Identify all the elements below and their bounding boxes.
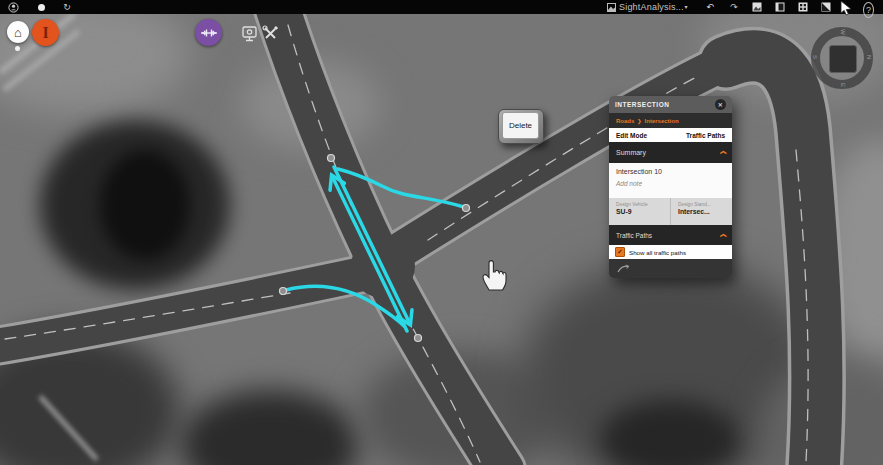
edit-mode-row: Edit Mode Traffic Paths <box>609 128 732 142</box>
panel-footer <box>609 259 732 278</box>
home-indicator-dot <box>15 46 20 51</box>
cross-section-icon <box>201 27 217 39</box>
app-title[interactable]: SightAnalysis... <box>619 0 677 14</box>
panel-layout-icon[interactable] <box>773 0 787 14</box>
traffic-path-through-north <box>332 176 407 331</box>
redo-icon[interactable]: ↷ <box>727 0 741 14</box>
panel-header: INTERSECTION ✕ <box>609 96 732 113</box>
design-vehicle-field[interactable]: Design Vehicle SU-9 <box>609 198 670 225</box>
traffic-paths-section-header[interactable]: Traffic Paths ❯ <box>609 225 732 245</box>
settings-tools-button[interactable] <box>259 22 281 44</box>
checkbox-checked-icon[interactable]: ✓ <box>615 247 625 257</box>
wrench-screwdriver-icon <box>262 25 279 42</box>
screenshot-tool-button[interactable] <box>238 22 260 44</box>
undo-icon[interactable]: ↶ <box>703 0 717 14</box>
inspect-icon: I <box>42 24 48 42</box>
design-standard-label: Design Stand... <box>678 202 732 207</box>
help-icon[interactable]: ? <box>863 2 874 18</box>
design-summary-row: Design Vehicle SU-9 Design Stand... Inte… <box>609 198 732 225</box>
panel-title: INTERSECTION <box>615 101 669 108</box>
mouse-arrow-cursor <box>840 1 852 21</box>
home-button[interactable]: ⌂ <box>7 21 29 43</box>
breadcrumb-roads[interactable]: Roads <box>616 118 634 124</box>
compass-north: N <box>866 55 872 59</box>
path-tool-icon[interactable] <box>617 264 631 273</box>
delete-key-button[interactable]: Delete <box>498 109 544 144</box>
design-vehicle-label: Design Vehicle <box>616 202 670 207</box>
chevron-up-icon: ❯ <box>719 150 726 155</box>
system-topbar: ↻ SightAnalysis... ▾ ↶ ↷ ? <box>0 0 883 14</box>
summary-body: Intersection 10 Add note <box>609 163 732 198</box>
edit-mode-label: Edit Mode <box>616 132 647 139</box>
app-menu-icon[interactable] <box>606 0 617 14</box>
traffic-path-turn-from-east <box>338 169 464 207</box>
summary-section-header[interactable]: Summary ❯ <box>609 142 732 163</box>
traffic-path-through-south <box>334 167 410 324</box>
design-vehicle-value: SU-9 <box>616 208 670 215</box>
breadcrumb: Roads ❯ Intersection <box>609 113 732 128</box>
close-icon[interactable]: ✕ <box>715 99 726 110</box>
chevron-down-icon[interactable]: ▾ <box>681 0 691 14</box>
compass-east: E <box>840 83 846 87</box>
map-canvas[interactable] <box>0 14 883 465</box>
show-all-paths-row[interactable]: ✓ Show all traffic paths <box>609 245 732 259</box>
compass-control[interactable]: N E S W <box>811 27 873 89</box>
traffic-path-turn-from-west <box>286 286 404 326</box>
compass-west: W <box>840 29 846 35</box>
delete-key-label: Delete <box>509 121 532 130</box>
home-icon: ⌂ <box>14 25 22 40</box>
intersection-name[interactable]: Intersection 10 <box>616 168 725 175</box>
background-image-icon[interactable] <box>750 0 764 14</box>
traffic-paths-layer[interactable] <box>0 14 883 465</box>
intersection-panel: INTERSECTION ✕ Roads ❯ Intersection Edit… <box>609 96 732 278</box>
show-all-paths-label: Show all traffic paths <box>629 249 686 256</box>
breadcrumb-intersection[interactable]: Intersection <box>645 118 679 124</box>
summary-label: Summary <box>616 149 646 156</box>
chevron-up-icon: ❯ <box>719 232 726 237</box>
refresh-icon[interactable]: ↻ <box>60 0 74 14</box>
account-icon[interactable] <box>6 0 20 14</box>
cross-section-tool-button[interactable] <box>195 19 222 46</box>
grid-view-icon[interactable] <box>796 0 810 14</box>
app-shape-icon[interactable] <box>35 0 47 14</box>
hand-pointer-cursor <box>479 256 509 296</box>
design-standard-value: Intersec... <box>678 208 732 215</box>
layers-view-icon[interactable] <box>819 0 833 14</box>
traffic-paths-label: Traffic Paths <box>616 232 652 239</box>
compass-letters: N E S W <box>811 27 873 89</box>
add-note-link[interactable]: Add note <box>616 180 725 187</box>
breadcrumb-separator-icon: ❯ <box>637 118 641 124</box>
edit-mode-value[interactable]: Traffic Paths <box>686 132 725 139</box>
inspect-tool-button[interactable]: I <box>32 19 59 46</box>
compass-south: S <box>812 55 818 59</box>
design-standard-field[interactable]: Design Stand... Intersec... <box>670 198 732 225</box>
camera-view-icon <box>241 25 258 42</box>
